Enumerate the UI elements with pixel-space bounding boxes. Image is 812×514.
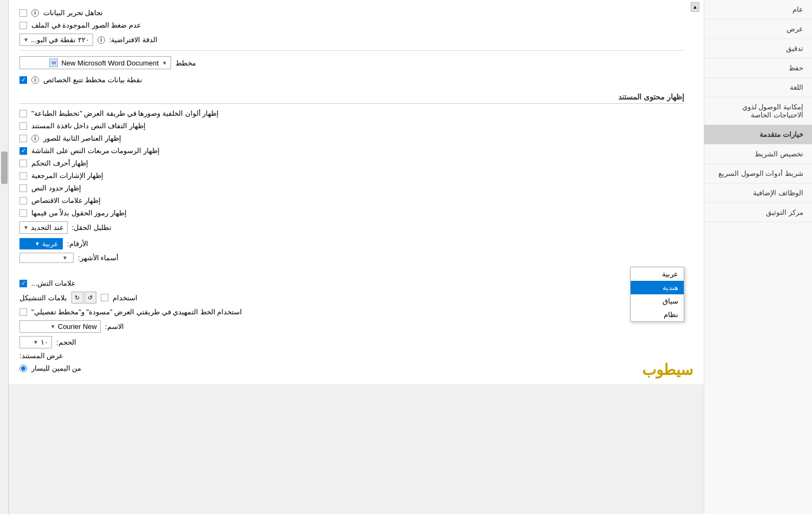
sidebar-item-trust-center[interactable]: مركز التوثيق [704, 203, 812, 222]
section-title: إظهار محتوى المستند [19, 93, 684, 104]
font-name-arrow-icon: ▼ [50, 324, 56, 330]
font-size-row: الحجم: ١٠ ▼ [19, 336, 684, 348]
show-control-chars-checkbox[interactable] [19, 160, 27, 167]
doc-direction-rtl-radio[interactable] [19, 365, 27, 372]
sidebar-item-save[interactable]: حفظ [704, 58, 812, 78]
field-shading-label: تظليل الحقل: [72, 223, 112, 232]
field-shading-arrow-icon: ▼ [23, 225, 29, 230]
show-control-chars-row: إظهار أحرف التحكم [19, 159, 684, 167]
logo-text: سيطوب [642, 361, 693, 378]
month-names-arrow-icon: ▼ [62, 255, 68, 261]
track-properties-checkbox[interactable] [19, 76, 27, 84]
numbers-label: الأرقام: [67, 240, 88, 248]
draft-font-checkbox[interactable] [19, 308, 27, 316]
show-bookmarks-checkbox[interactable] [19, 172, 27, 180]
show-field-codes-checkbox[interactable] [19, 209, 27, 217]
name-label: الاسم: [105, 322, 124, 331]
default-res-arrow-icon: ▼ [23, 37, 29, 43]
default-res-dropdown[interactable]: ٢٢٠ نقطة في البو... ▼ [19, 34, 93, 46]
show-bookmarks-row: إظهار الإشارات المرجعية [19, 172, 684, 180]
track-properties-label: نقطة بيانات مخطط تتبع الخصائص [43, 76, 142, 84]
show-alt-elements-label: إظهار العناصر الثانية للصور [43, 134, 121, 142]
template-label: مخطط [175, 59, 196, 67]
draft-font-label: استخدام الخط التمهيدي في طريقتي العرض "م… [31, 308, 242, 316]
show-bookmarks-label: إظهار الإشارات المرجعية [31, 172, 103, 180]
show-alt-elements-info-icon[interactable]: ℹ [31, 135, 39, 142]
month-names-label: أسماء الأشهر: [78, 254, 119, 262]
month-option-arabic[interactable]: عربية [631, 267, 684, 281]
month-option-context[interactable]: سياق [631, 294, 684, 308]
sidebar-item-customize-ribbon[interactable]: تخصيص الشريط [704, 144, 812, 164]
track-properties-info-icon[interactable]: ℹ [31, 76, 39, 84]
track-changes-row: علامات التش... [19, 279, 684, 287]
show-text-boxes-row: إظهار الرسومات مربعات النص على الشاشة [19, 147, 684, 155]
ignore-data-edit-label: تجاهل تحرير البيانات [43, 9, 103, 17]
no-compress-label: عدم ضغط الصور الموجودة في الملف [31, 21, 141, 29]
no-compress-row: عدم ضغط الصور الموجودة في الملف [19, 21, 684, 29]
show-bg-colors-label: إظهار ألوان الخلفية وصورها في طريقة العر… [31, 109, 219, 117]
doc-direction-section: عرض المستند: [19, 352, 684, 360]
sidebar-item-language[interactable]: اللغة [704, 78, 812, 97]
show-text-boundaries-checkbox[interactable] [19, 184, 27, 192]
numbers-dropdown[interactable]: عربية ▼ [19, 238, 63, 249]
no-compress-checkbox[interactable] [19, 22, 27, 29]
month-names-popup: عربية هندية سياق نظام [630, 267, 684, 322]
field-shading-value: عند التحديد [31, 223, 64, 232]
doc-direction-rtl-label: من اليمين لليسار [31, 364, 81, 372]
month-names-dropdown[interactable]: ▼ [19, 253, 74, 263]
track-changes-checkbox[interactable] [19, 280, 27, 287]
show-text-wrap-row: إظهار التفاف النص داخل نافذة المستند [19, 122, 684, 130]
nav-up-arrow[interactable]: ▲ [691, 2, 699, 12]
settings-area: تجاهل تحرير البيانات ℹ عدم ضغط الصور الم… [19, 9, 684, 372]
sidebar-item-accessibility[interactable]: إمكانية الوصول لذوي الاحتياجات الخاصة [704, 97, 812, 125]
show-bg-colors-row: إظهار ألوان الخلفية وصورها في طريقة العر… [19, 109, 684, 117]
tool-btn-2[interactable]: ↻ [71, 292, 83, 304]
default-res-label: الدقة الافتراضية: [109, 36, 158, 44]
sidebar-item-review[interactable]: تدقيق [704, 39, 812, 58]
sidebar-item-advanced[interactable]: خيارات متقدمة [704, 125, 812, 144]
month-names-container: أسماء الأشهر: ▼ عربية هندية سياق نظام [19, 253, 684, 263]
ignore-data-edit-checkbox[interactable] [19, 9, 27, 17]
font-name-dropdown[interactable]: Courier New ▼ [19, 320, 101, 333]
month-names-row: أسماء الأشهر: ▼ [19, 253, 684, 263]
scrollbar[interactable] [0, 0, 9, 514]
show-text-boxes-label: إظهار الرسومات مربعات النص على الشاشة [31, 147, 160, 155]
show-bg-colors-checkbox[interactable] [19, 110, 27, 117]
show-text-boxes-checkbox[interactable] [19, 147, 27, 155]
ignore-data-edit-info-icon[interactable]: ℹ [31, 9, 39, 17]
template-value: New Microsoft Word Document [61, 59, 159, 67]
field-shading-row: تظليل الحقل: عند التحديد ▼ [19, 221, 684, 234]
template-arrow-icon: ▼ [162, 60, 167, 66]
numbers-row: الأرقام: عربية ▼ [19, 238, 684, 249]
show-text-wrap-checkbox[interactable] [19, 122, 27, 130]
doc-direction-label: عرض المستند: [19, 352, 63, 360]
sidebar-item-general[interactable]: عام [704, 0, 812, 19]
numbers-value: عربية [42, 240, 58, 248]
use-checkbox[interactable] [101, 294, 108, 301]
doc-direction-rtl-row: من اليمين لليسار [19, 364, 684, 372]
ignore-data-edit-row: تجاهل تحرير البيانات ℹ [19, 9, 684, 17]
default-res-value: ٢٢٠ نقطة في البو... [31, 36, 89, 44]
sidebar-item-add-ins[interactable]: الوظائف الإضافية [704, 183, 812, 203]
font-size-dropdown[interactable]: ١٠ ▼ [19, 336, 52, 348]
sidebar-item-quick-access[interactable]: شريط أدوات الوصول السريع [704, 164, 812, 183]
use-label: استخدام [113, 294, 137, 302]
field-shading-dropdown[interactable]: عند التحديد ▼ [19, 221, 68, 234]
show-text-boundaries-label: إظهار حدود النص [31, 184, 81, 192]
formatting-marks-label: بلامات التنشيكل [19, 294, 67, 302]
show-alt-elements-row: إظهار العناصر الثانية للصور ℹ [19, 134, 684, 142]
show-control-chars-label: إظهار أحرف التحكم [31, 159, 88, 167]
tool-btn-1[interactable]: ↺ [84, 292, 96, 304]
font-name-value: Courier New [58, 322, 97, 331]
sidebar-item-display[interactable]: عرض [704, 19, 812, 39]
scroll-thumb[interactable] [1, 151, 8, 184]
template-dropdown[interactable]: ▼ New Microsoft Word Document W [19, 56, 171, 69]
default-res-info-icon[interactable]: ℹ [97, 36, 105, 44]
show-crop-marks-row: إظهار علامات الاقتصاص [19, 196, 684, 205]
show-alt-elements-checkbox[interactable] [19, 135, 27, 142]
font-size-value: ١٠ [41, 338, 48, 346]
month-option-hindi[interactable]: هندية [631, 281, 684, 294]
month-option-system[interactable]: نظام [631, 308, 684, 321]
main-content: ▲ تجاهل تحرير البيانات ℹ عدم ضغط الصور ا… [9, 0, 704, 384]
show-crop-marks-checkbox[interactable] [19, 197, 27, 205]
